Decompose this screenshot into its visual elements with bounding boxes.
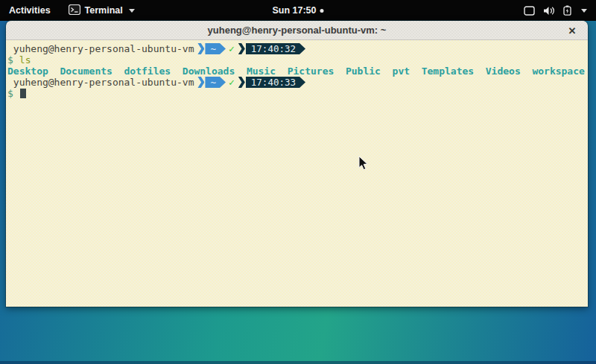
command-text: ls: [19, 54, 31, 66]
app-menu-label: Terminal: [85, 5, 123, 16]
cwd-segment: ~: [205, 77, 226, 88]
command-line: $ ls: [7, 54, 586, 66]
close-icon[interactable]: ✕: [563, 21, 581, 40]
activities-label: Activities: [9, 5, 51, 16]
mouse-pointer-icon: [358, 156, 369, 174]
clock-label: Sun 17:50: [272, 5, 316, 16]
terminal-cursor: [20, 89, 26, 98]
check-icon: ✓: [229, 43, 235, 54]
cwd-segment: ~: [205, 43, 226, 54]
window-title: yuheng@henry-personal-ubuntu-vm: ~: [208, 25, 387, 36]
notification-dot-icon: [320, 9, 324, 13]
window-titlebar[interactable]: yuheng@henry-personal-ubuntu-vm: ~ ✕: [6, 21, 588, 40]
powerline-chevron-icon: [197, 43, 204, 54]
prompt-symbol: $: [7, 54, 13, 66]
prompt-line: yuheng@henry-personal-ubuntu-vm ~ ✓ 17:4…: [7, 77, 586, 88]
directory-list: Desktop Documents dotfiles Downloads Mus…: [7, 66, 585, 77]
powerline-chevron-icon: [197, 77, 204, 88]
time-segment: 17:40:33: [246, 77, 305, 88]
terminal-window: yuheng@henry-personal-ubuntu-vm: ~ ✕ yuh…: [6, 21, 588, 307]
prompt-line: yuheng@henry-personal-ubuntu-vm ~ ✓ 17:4…: [7, 43, 586, 54]
prompt-symbol: $: [7, 88, 13, 99]
chevron-down-icon: [129, 9, 135, 13]
system-menu-button[interactable]: [515, 0, 596, 21]
battery-charging-icon: [563, 5, 571, 16]
volume-icon: [543, 6, 555, 16]
terminal-content[interactable]: yuheng@henry-personal-ubuntu-vm ~ ✓ 17:4…: [6, 40, 588, 307]
powerline-chevron-icon: [238, 43, 245, 54]
powerline-chevron-icon: [238, 77, 245, 88]
display-icon: [524, 6, 535, 16]
input-line[interactable]: $: [7, 88, 586, 99]
desktop-bottom-edge: [0, 361, 596, 364]
app-menu-button[interactable]: Terminal: [60, 0, 144, 21]
chevron-down-icon: [581, 9, 587, 13]
top-bar: Activities Terminal Sun 17:50: [0, 0, 596, 21]
clock-button[interactable]: Sun 17:50: [272, 0, 323, 21]
ls-output-line: Desktop Documents dotfiles Downloads Mus…: [7, 66, 586, 77]
check-icon: ✓: [229, 77, 235, 88]
terminal-icon: [69, 4, 80, 17]
prompt-host: yuheng@henry-personal-ubuntu-vm: [7, 77, 194, 88]
activities-button[interactable]: Activities: [0, 0, 60, 21]
time-segment: 17:40:32: [246, 43, 305, 54]
prompt-host: yuheng@henry-personal-ubuntu-vm: [7, 43, 194, 54]
